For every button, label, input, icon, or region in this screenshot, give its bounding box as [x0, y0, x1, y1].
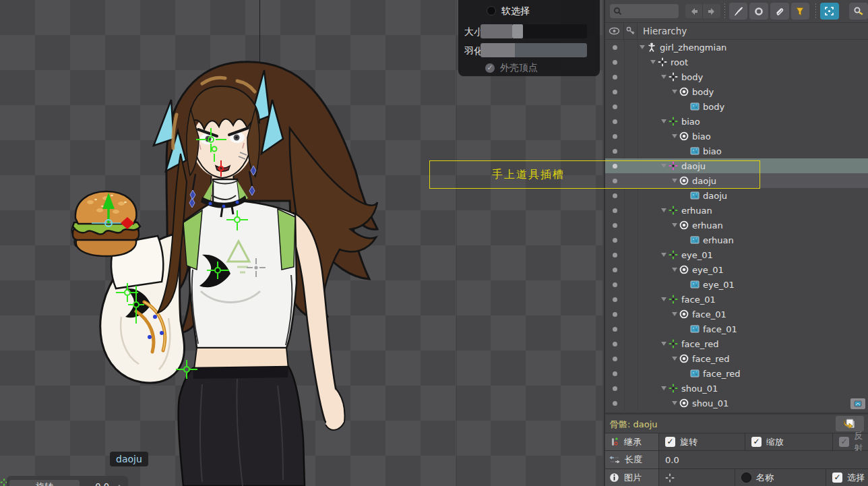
weights-brush-button[interactable]	[729, 3, 748, 20]
hierarchy-row-slot[interactable]: face_red	[605, 351, 868, 366]
visibility-dot[interactable]	[605, 401, 624, 406]
copy-settings-button[interactable]	[836, 416, 864, 431]
zoom-edit-button[interactable]	[849, 3, 868, 20]
visibility-dot[interactable]	[605, 179, 624, 183]
hierarchy-row-slot[interactable]: shou_01	[605, 396, 868, 411]
visibility-dot[interactable]	[605, 386, 624, 391]
transform-value[interactable]: 0.0	[84, 481, 109, 486]
hull-vertex-checkbox[interactable]: ✓	[485, 63, 495, 73]
transform-mode-label[interactable]: 旋转	[9, 480, 80, 486]
search-input[interactable]	[625, 6, 679, 17]
name-checkbox[interactable]	[741, 473, 751, 483]
show-name-option[interactable]: 名称	[735, 469, 826, 486]
selectable-option[interactable]: ✓ 选择	[826, 469, 868, 486]
tree-corner-button[interactable]	[850, 398, 865, 409]
visibility-dot[interactable]	[605, 223, 624, 228]
feather-slider[interactable]	[480, 43, 587, 57]
hierarchy-row-image[interactable]: face_01	[605, 322, 868, 336]
visibility-dot[interactable]	[605, 90, 624, 94]
visibility-dot[interactable]	[605, 268, 624, 272]
hierarchy-row-slot[interactable]: biao	[605, 129, 868, 144]
visibility-dot[interactable]	[605, 75, 624, 80]
visibility-dot[interactable]	[605, 297, 624, 302]
hierarchy-row-image[interactable]: body	[605, 99, 868, 114]
visibility-dot[interactable]	[605, 208, 624, 213]
select-checkbox[interactable]: ✓	[832, 473, 842, 483]
expand-arrow[interactable]	[670, 90, 679, 94]
expand-arrow[interactable]	[659, 164, 669, 168]
expand-arrow[interactable]	[659, 253, 669, 257]
expand-arrow[interactable]	[670, 357, 679, 361]
hierarchy-row-bone[interactable]: daoju	[605, 158, 868, 173]
hierarchy-row-bone[interactable]: shou_01	[605, 381, 868, 396]
hierarchy-row-slot[interactable]: erhuan	[605, 218, 868, 233]
rotation-checkbox[interactable]: ✓	[665, 437, 675, 447]
hierarchy-row-skeleton[interactable]: girl_zhengmian	[605, 40, 868, 55]
hierarchy-row-image[interactable]: erhuan	[605, 233, 868, 247]
hierarchy-row-bone[interactable]: face_01	[605, 292, 868, 307]
visibility-dot[interactable]	[605, 371, 624, 376]
hierarchy-row-bone[interactable]: eye_01	[605, 247, 868, 262]
hierarchy-row-image[interactable]: eye_01	[605, 277, 868, 292]
visibility-dot[interactable]	[605, 282, 624, 287]
back-button[interactable]	[685, 4, 703, 18]
visibility-dot[interactable]	[605, 164, 624, 169]
hierarchy-row-bone[interactable]: body	[605, 69, 868, 84]
hierarchy-row-image[interactable]: biao	[605, 144, 868, 158]
expand-arrow[interactable]	[659, 342, 669, 346]
visibility-dot[interactable]	[605, 104, 624, 109]
expand-arrow[interactable]	[670, 134, 679, 138]
visibility-dot[interactable]	[605, 327, 624, 332]
inherit-scale-option[interactable]: ✓ 缩放	[745, 433, 832, 450]
hierarchy-row-bone[interactable]: face_red	[605, 336, 868, 351]
visibility-dot[interactable]	[605, 193, 624, 198]
expand-arrow[interactable]	[659, 297, 669, 301]
visibility-column-header[interactable]	[605, 23, 624, 39]
soft-select-checkbox[interactable]	[487, 6, 496, 16]
hierarchy-row-slot[interactable]: daoju	[605, 173, 868, 188]
expand-arrow[interactable]	[670, 312, 679, 316]
expand-arrow[interactable]	[659, 119, 669, 123]
hierarchy-row-bone[interactable]: erhuan	[605, 203, 868, 218]
ring-select-button[interactable]	[749, 3, 768, 20]
focus-selected-button[interactable]	[820, 3, 839, 20]
visibility-dot[interactable]	[605, 60, 624, 65]
hierarchy-row-slot[interactable]: face_01	[605, 307, 868, 322]
search-box[interactable]	[610, 4, 679, 18]
viewport[interactable]: 软选择 大小: 羽化: ✓ 外壳顶点 daoju 旋转 0.0	[0, 0, 602, 486]
scale-checkbox[interactable]: ✓	[751, 437, 762, 447]
visibility-dot[interactable]	[605, 357, 624, 361]
expand-arrow[interactable]	[659, 386, 669, 390]
attach-button[interactable]	[770, 3, 789, 20]
expand-arrow[interactable]	[670, 268, 679, 272]
visibility-dot[interactable]	[605, 253, 624, 257]
key-column-header[interactable]	[624, 23, 638, 39]
expand-arrow[interactable]	[670, 223, 679, 227]
image-bone-option[interactable]	[659, 469, 735, 486]
expand-arrow[interactable]	[670, 179, 679, 183]
visibility-dot[interactable]	[605, 134, 624, 139]
expand-arrow[interactable]	[659, 75, 669, 79]
visibility-dot[interactable]	[605, 149, 624, 154]
hierarchy-row-bone[interactable]: biao	[605, 114, 868, 129]
hierarchy-row-slot[interactable]: body	[605, 84, 868, 99]
expand-arrow[interactable]	[648, 60, 658, 64]
size-slider[interactable]	[480, 24, 587, 38]
hierarchy-row-slot[interactable]: eye_01	[605, 262, 868, 277]
viewport-transform-bar[interactable]: 旋转 0.0	[7, 476, 128, 486]
forward-button[interactable]	[703, 4, 720, 18]
visibility-dot[interactable]	[605, 119, 624, 124]
visibility-dot[interactable]	[605, 238, 624, 243]
hierarchy-row-bone[interactable]: root	[605, 55, 868, 69]
length-value-field[interactable]: 0.0	[659, 451, 868, 468]
filter-button[interactable]	[791, 3, 810, 20]
visibility-dot[interactable]	[605, 45, 624, 50]
inherit-rotation-option[interactable]: ✓ 旋转	[659, 433, 745, 450]
expand-arrow[interactable]	[638, 45, 647, 49]
hierarchy-row-image[interactable]: face_red	[605, 366, 868, 381]
expand-arrow[interactable]	[670, 401, 679, 405]
hierarchy-row-image[interactable]: daoju	[605, 188, 868, 203]
visibility-dot[interactable]	[605, 342, 624, 346]
visibility-dot[interactable]	[605, 312, 624, 317]
expand-arrow[interactable]	[659, 208, 669, 212]
